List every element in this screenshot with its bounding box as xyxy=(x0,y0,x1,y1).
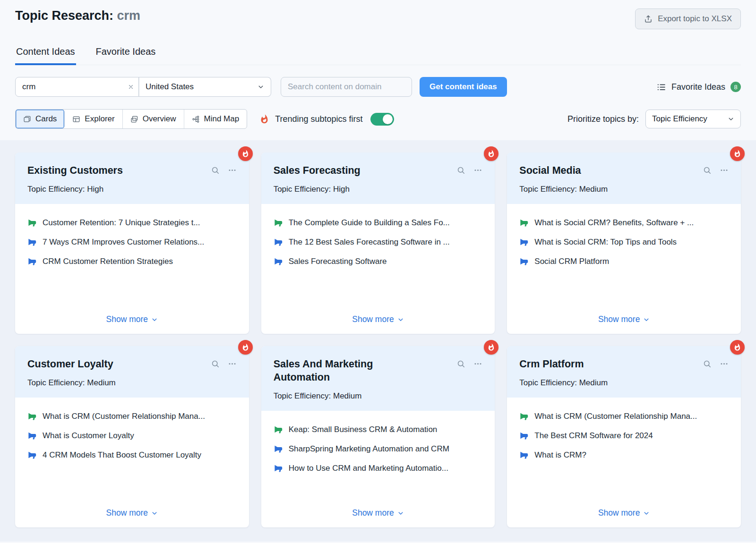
show-more-button[interactable]: Show more xyxy=(352,312,404,325)
view-cards-button[interactable]: Cards xyxy=(16,110,65,128)
card-title[interactable]: Social Media xyxy=(519,164,581,178)
flame-icon xyxy=(259,114,269,124)
view-overview-label: Overview xyxy=(143,114,176,124)
country-select[interactable]: United States xyxy=(139,77,271,97)
card-more-icon[interactable] xyxy=(473,166,482,175)
topic-card: Customer Loyalty Topic Efficiency: Mediu… xyxy=(15,346,249,527)
page-title: Topic Research: crm xyxy=(15,8,140,23)
card-more-icon[interactable] xyxy=(473,359,482,368)
idea-title: What is CRM (Customer Relationship Mana.… xyxy=(534,412,697,421)
content-idea[interactable]: What is CRM (Customer Relationship Mana.… xyxy=(27,412,237,421)
content-idea[interactable]: The Complete Guide to Building a Sales F… xyxy=(274,218,483,228)
content-idea[interactable]: Sales Forecasting Software xyxy=(274,257,483,266)
chevron-down-icon xyxy=(728,116,734,122)
card-title[interactable]: Customer Loyalty xyxy=(27,358,113,371)
content-idea[interactable]: 7 Ways CRM Improves Customer Relations..… xyxy=(27,238,237,247)
card-title[interactable]: Sales Forecasting xyxy=(274,164,361,178)
efficiency-value: High xyxy=(87,185,103,194)
content-idea[interactable]: Customer Retention: 7 Unique Strategies … xyxy=(27,218,237,228)
content-idea[interactable]: What is CRM (Customer Relationship Mana.… xyxy=(519,412,729,421)
content-idea[interactable]: What is CRM? xyxy=(519,450,729,460)
idea-title: How to Use CRM and Marketing Automatio..… xyxy=(289,464,448,473)
chevron-down-icon xyxy=(397,510,404,517)
show-more-label: Show more xyxy=(106,508,148,518)
content-idea[interactable]: How to Use CRM and Marketing Automatio..… xyxy=(274,464,483,473)
page-title-query: crm xyxy=(117,8,141,23)
trending-toggle[interactable] xyxy=(370,113,394,126)
get-content-ideas-button[interactable]: Get content ideas xyxy=(420,77,507,97)
view-cards-label: Cards xyxy=(35,114,57,124)
topic-query-input[interactable] xyxy=(15,77,139,97)
efficiency-value: Medium xyxy=(87,378,115,387)
view-mindmap-label: Mind Map xyxy=(204,114,240,124)
content-idea[interactable]: Keap: Small Business CRM & Automation xyxy=(274,425,483,434)
topic-efficiency: Topic Efficiency: Medium xyxy=(274,391,483,401)
content-idea[interactable]: SharpSpring Marketing Automation and CRM xyxy=(274,444,483,454)
card-more-icon[interactable] xyxy=(228,359,237,368)
megaphone-icon xyxy=(519,238,528,246)
megaphone-icon xyxy=(519,412,528,421)
card-more-icon[interactable] xyxy=(720,359,729,368)
show-more-button[interactable]: Show more xyxy=(598,505,650,519)
card-title[interactable]: Sales And Marketing Automation xyxy=(274,358,425,384)
content-idea[interactable]: The 12 Best Sales Forecasting Software i… xyxy=(274,238,483,247)
efficiency-label: Topic Efficiency: xyxy=(27,378,85,387)
clear-query-icon[interactable] xyxy=(128,84,134,90)
megaphone-icon xyxy=(27,218,36,227)
view-mindmap-button[interactable]: Mind Map xyxy=(184,110,247,128)
mindmap-view-icon xyxy=(192,115,200,123)
chevron-down-icon xyxy=(258,84,264,90)
content-idea[interactable]: The Best CRM Software for 2024 xyxy=(519,431,729,441)
prioritize-value: Topic Efficiency xyxy=(652,114,707,124)
domain-search-input[interactable] xyxy=(281,77,412,97)
topic-query-field xyxy=(15,77,139,97)
card-actions xyxy=(456,164,482,175)
show-more-button[interactable]: Show more xyxy=(106,505,158,519)
view-overview-button[interactable]: Overview xyxy=(123,110,184,128)
card-search-icon[interactable] xyxy=(456,359,465,368)
card-header: Sales And Marketing Automation Topic Eff… xyxy=(261,346,495,411)
card-search-icon[interactable] xyxy=(211,166,220,175)
card-search-icon[interactable] xyxy=(703,359,712,368)
card-more-icon[interactable] xyxy=(720,166,729,175)
idea-title: What is CRM? xyxy=(534,450,586,460)
card-search-icon[interactable] xyxy=(211,359,220,368)
content-idea[interactable]: What is Customer Loyalty xyxy=(27,431,237,441)
chevron-down-icon xyxy=(397,316,404,323)
card-actions xyxy=(456,358,482,368)
topic-efficiency: Topic Efficiency: Medium xyxy=(519,185,729,194)
idea-title: The Best CRM Software for 2024 xyxy=(534,431,653,441)
card-title[interactable]: Crm Platform xyxy=(519,358,584,371)
view-explorer-button[interactable]: Explorer xyxy=(65,110,122,128)
idea-title: What is Customer Loyalty xyxy=(43,431,134,441)
idea-title: CRM Customer Retention Strategies xyxy=(43,257,173,266)
card-search-icon[interactable] xyxy=(456,166,465,175)
export-button[interactable]: Export topic to XLSX xyxy=(635,8,741,29)
cards-view-icon xyxy=(23,115,31,123)
content-idea[interactable]: What is Social CRM? Benefits, Software +… xyxy=(519,218,729,228)
content-idea[interactable]: 4 CRM Models That Boost Customer Loyalty xyxy=(27,450,237,460)
favorite-ideas-link[interactable]: Favorite Ideas 8 xyxy=(656,82,741,92)
chevron-down-icon xyxy=(151,510,158,517)
card-title[interactable]: Existing Customers xyxy=(27,164,123,178)
show-more-button[interactable]: Show more xyxy=(352,505,404,519)
content-idea[interactable]: CRM Customer Retention Strategies xyxy=(27,257,237,266)
prioritize-select[interactable]: Topic Efficiency xyxy=(645,110,741,128)
megaphone-icon xyxy=(519,218,528,227)
card-more-icon[interactable] xyxy=(228,166,237,175)
export-button-label: Export topic to XLSX xyxy=(658,14,732,24)
megaphone-icon xyxy=(519,257,528,266)
page-title-label: Topic Research: xyxy=(15,8,113,23)
show-more-button[interactable]: Show more xyxy=(106,312,158,325)
idea-title: Keap: Small Business CRM & Automation xyxy=(289,425,438,434)
tab-favorite-ideas[interactable]: Favorite Ideas xyxy=(95,46,157,65)
content-idea[interactable]: Social CRM Platform xyxy=(519,257,729,266)
efficiency-label: Topic Efficiency: xyxy=(274,185,331,194)
content-idea[interactable]: What is Social CRM: Top Tips and Tools xyxy=(519,238,729,247)
megaphone-icon xyxy=(274,425,283,434)
topic-card: Crm Platform Topic Efficiency: Medium Wh… xyxy=(507,346,741,527)
show-more-button[interactable]: Show more xyxy=(598,312,650,325)
card-search-icon[interactable] xyxy=(703,166,712,175)
tab-content-ideas[interactable]: Content Ideas xyxy=(15,46,76,65)
card-body: What is Social CRM? Benefits, Software +… xyxy=(507,204,741,334)
